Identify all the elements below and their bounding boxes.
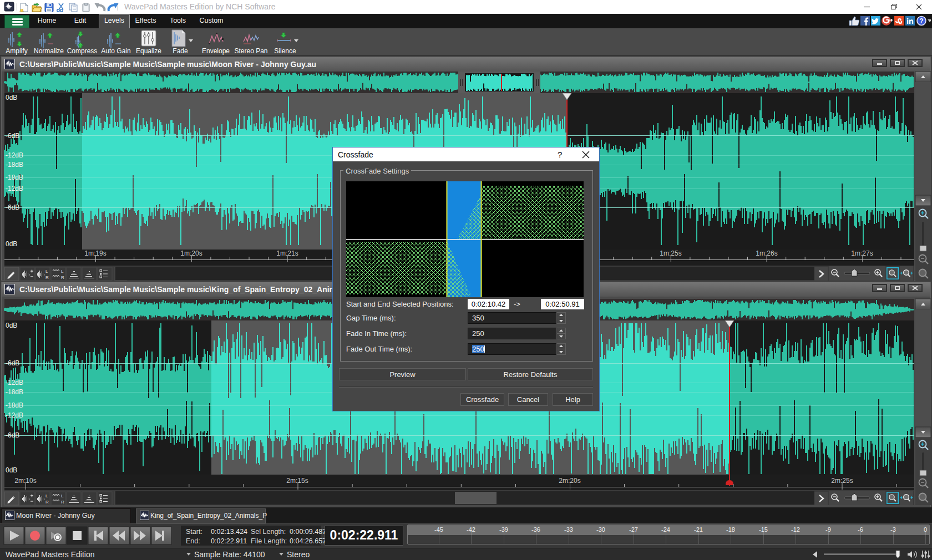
svg-text:-42: -42 bbox=[467, 526, 475, 533]
svg-text:-3: -3 bbox=[890, 526, 896, 533]
svg-text:-15: -15 bbox=[759, 526, 768, 533]
svg-text:-6: -6 bbox=[858, 526, 863, 533]
svg-text:-45: -45 bbox=[434, 526, 443, 533]
svg-text:-27: -27 bbox=[629, 526, 638, 533]
svg-text:-12: -12 bbox=[791, 526, 800, 533]
svg-text:-33: -33 bbox=[564, 526, 573, 533]
svg-text:-30: -30 bbox=[596, 526, 605, 533]
svg-text:-36: -36 bbox=[531, 526, 540, 533]
svg-text:-9: -9 bbox=[825, 526, 831, 533]
svg-text:-18: -18 bbox=[726, 526, 735, 533]
svg-text:0: 0 bbox=[924, 526, 927, 533]
svg-text:-24: -24 bbox=[661, 526, 670, 533]
svg-text:-39: -39 bbox=[499, 526, 508, 533]
svg-text:-21: -21 bbox=[694, 526, 703, 533]
